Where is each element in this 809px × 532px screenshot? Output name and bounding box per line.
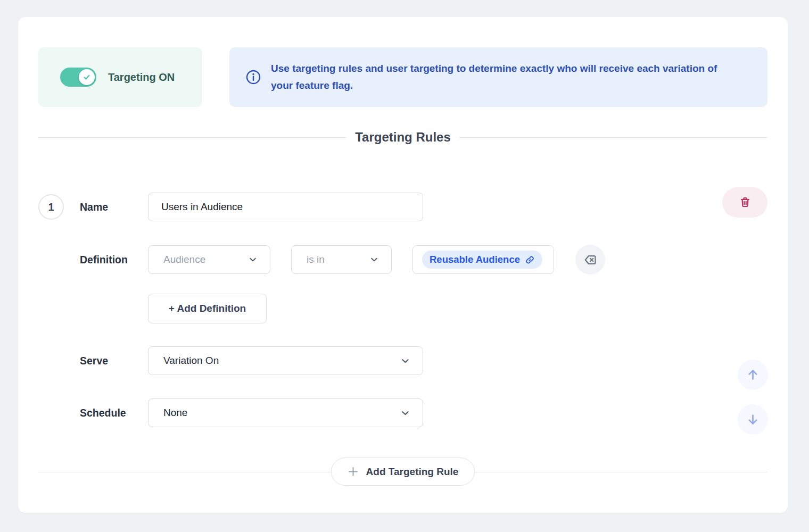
- divider-line: [459, 137, 767, 138]
- comparator-select-value: is in: [307, 254, 325, 265]
- reusable-audience-label: Reusable Audience: [430, 254, 520, 265]
- rule-index-badge: 1: [38, 194, 64, 220]
- schedule-label: Schedule: [80, 407, 148, 419]
- chevron-down-icon: [370, 255, 378, 264]
- reusable-audience-chip[interactable]: Reusable Audience: [422, 251, 542, 269]
- definition-label: Definition: [80, 254, 148, 266]
- info-banner-text: Use targeting rules and user targeting t…: [271, 60, 739, 94]
- arrow-up-icon: [746, 368, 760, 382]
- chevron-down-icon: [249, 255, 257, 264]
- divider-line: [38, 137, 346, 138]
- info-icon: [245, 69, 261, 85]
- section-title: Targeting Rules: [355, 130, 451, 145]
- link-icon: [525, 255, 535, 265]
- add-definition-button[interactable]: + Add Definition: [148, 294, 267, 323]
- trash-icon: [739, 196, 752, 209]
- rule-serve-row: Serve Variation On: [38, 346, 767, 375]
- plus-icon: [348, 466, 359, 477]
- targeting-status-panel: Targeting ON: [38, 47, 202, 107]
- audience-value-box[interactable]: Reusable Audience: [412, 245, 554, 274]
- top-row: Targeting ON Use targeting rules and use…: [38, 47, 767, 107]
- add-targeting-rule-label: Add Targeting Rule: [366, 466, 459, 478]
- rule-name-row: 1 Name: [38, 193, 767, 221]
- delete-rule-button[interactable]: [722, 187, 767, 218]
- targeting-card: Targeting ON Use targeting rules and use…: [18, 17, 788, 513]
- serve-select[interactable]: Variation On: [148, 346, 423, 375]
- backspace-icon: [583, 253, 598, 267]
- serve-select-value: Variation On: [163, 355, 219, 367]
- check-icon: [82, 73, 91, 81]
- rule-schedule-row: Schedule None: [38, 398, 767, 427]
- targeting-rule: 1 Name Definition Audience: [38, 193, 767, 427]
- targeting-rules-heading: Targeting Rules: [38, 128, 767, 147]
- clear-definition-button[interactable]: [575, 245, 605, 275]
- schedule-select-value: None: [163, 407, 187, 419]
- rule-name-input[interactable]: [148, 193, 423, 221]
- add-targeting-rule-button[interactable]: Add Targeting Rule: [331, 458, 475, 486]
- serve-label: Serve: [80, 355, 148, 367]
- move-rule-down-button[interactable]: [738, 404, 768, 435]
- arrow-down-icon: [746, 412, 760, 427]
- targeting-status-label: Targeting ON: [108, 71, 175, 84]
- move-rule-up-button[interactable]: [738, 360, 768, 390]
- toggle-knob: [79, 69, 95, 85]
- chevron-down-icon: [401, 356, 410, 365]
- definition-property-select[interactable]: Audience: [148, 245, 270, 274]
- name-label: Name: [80, 201, 148, 213]
- add-definition-row: + Add Definition: [38, 294, 767, 323]
- property-select-value: Audience: [163, 254, 205, 265]
- schedule-select[interactable]: None: [148, 398, 423, 427]
- rule-definition-row: Definition Audience is in Reusable Audie…: [38, 245, 767, 274]
- targeting-toggle[interactable]: [60, 68, 96, 87]
- info-banner: Use targeting rules and user targeting t…: [229, 47, 767, 107]
- footer: Add Targeting Rule: [38, 458, 767, 486]
- definition-comparator-select[interactable]: is in: [291, 245, 392, 274]
- chevron-down-icon: [401, 409, 410, 418]
